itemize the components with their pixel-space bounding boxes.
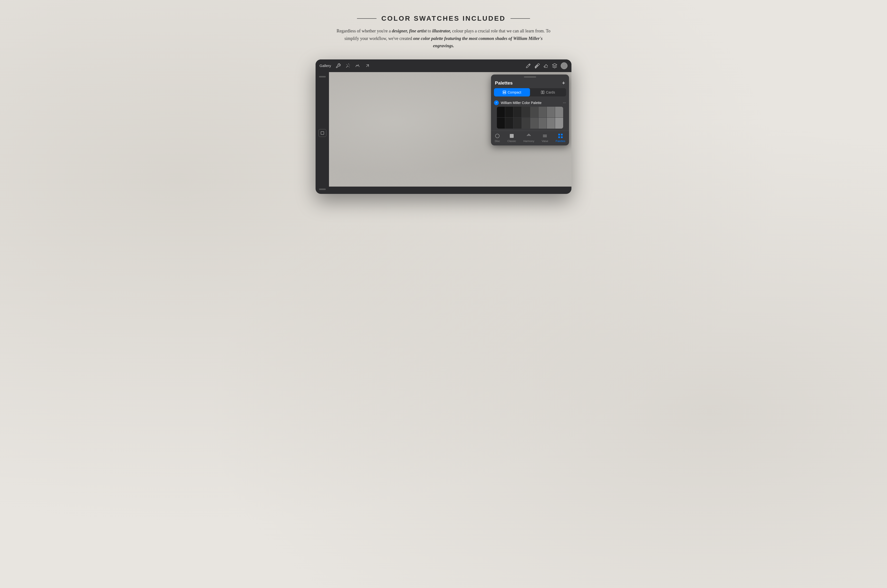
swatch-13[interactable] — [539, 118, 546, 129]
svg-rect-0 — [321, 132, 324, 135]
swatch-12[interactable] — [530, 118, 538, 129]
gallery-button[interactable]: Gallery — [320, 64, 331, 68]
export-icon[interactable] — [365, 63, 370, 69]
classic-tab[interactable]: Classic — [505, 133, 518, 142]
disc-tab-label: Disc — [495, 140, 500, 142]
swatches-grid — [497, 107, 563, 129]
wrench-icon[interactable] — [336, 63, 341, 69]
toolbar-left: Gallery — [320, 63, 521, 69]
classic-tab-label: Classic — [507, 140, 516, 142]
eraser-tool-icon[interactable] — [543, 63, 549, 69]
swatch-15[interactable] — [555, 118, 563, 129]
svg-rect-11 — [561, 134, 563, 135]
description-text: Regardless of whether you're a designer,… — [334, 27, 553, 50]
sidebar-slider-top[interactable] — [319, 76, 326, 78]
app-toolbar: Gallery — [315, 59, 572, 72]
title-rule-left — [357, 18, 377, 19]
svg-rect-13 — [561, 136, 563, 138]
harmony-tab-label: Harmony — [524, 140, 534, 142]
svg-rect-6 — [510, 134, 514, 138]
sidebar-slider-bottom[interactable] — [319, 189, 326, 190]
magic-icon[interactable] — [345, 63, 351, 69]
swatch-4[interactable] — [530, 107, 538, 118]
palette-more-button[interactable]: ··· — [563, 100, 566, 105]
swatch-2[interactable] — [513, 107, 521, 118]
ipad-screenshot: Gallery — [315, 59, 572, 194]
view-tabs: Compact Cards — [494, 88, 566, 96]
palettes-tab[interactable]: Palettes — [553, 133, 568, 142]
swatch-11[interactable] — [522, 118, 530, 129]
brush-tool-icon[interactable] — [525, 63, 531, 69]
smudge-tool-icon[interactable] — [534, 63, 540, 69]
palette-name-label: William Miller Color Palette — [501, 101, 561, 105]
add-palette-button[interactable]: + — [562, 80, 565, 86]
svg-rect-1 — [503, 91, 506, 92]
canvas-area: Palettes + Compact Cards — [315, 72, 572, 194]
value-tab[interactable]: Value — [539, 133, 551, 142]
compact-tab[interactable]: Compact — [494, 88, 530, 96]
title-line: COLOR SWATCHES INCLUDED — [334, 15, 553, 22]
swatch-3[interactable] — [522, 107, 530, 118]
svg-rect-12 — [558, 136, 560, 138]
palette-item: William Miller Color Palette ··· — [494, 99, 566, 129]
value-tab-label: Value — [542, 140, 548, 142]
swatch-7[interactable] — [555, 107, 563, 118]
palette-item-header: William Miller Color Palette ··· — [494, 99, 566, 107]
disc-tab[interactable]: Disc — [492, 133, 503, 142]
swatch-1[interactable] — [505, 107, 513, 118]
swatch-6[interactable] — [547, 107, 555, 118]
layers-tool-icon[interactable] — [552, 63, 557, 69]
panel-drag-handle — [524, 76, 536, 78]
bottom-toolbar — [329, 187, 572, 194]
swatch-8[interactable] — [497, 118, 505, 129]
compact-tab-label: Compact — [507, 90, 521, 94]
harmony-tab[interactable]: Harmony — [521, 133, 537, 142]
svg-point-5 — [495, 134, 499, 138]
palettes-panel-title: Palettes — [495, 80, 513, 86]
cards-tab-label: Cards — [546, 90, 555, 94]
main-title: COLOR SWATCHES INCLUDED — [381, 15, 506, 22]
swatch-9[interactable] — [505, 118, 513, 129]
swatch-5[interactable] — [539, 107, 546, 118]
palettes-header: Palettes + — [491, 78, 569, 88]
color-mode-tabs: Disc Classic Harmony — [491, 130, 569, 146]
palettes-panel: Palettes + Compact Cards — [491, 75, 569, 146]
cards-tab[interactable]: Cards — [530, 88, 566, 96]
svg-rect-3 — [541, 91, 542, 94]
svg-rect-4 — [543, 91, 544, 94]
swatch-14[interactable] — [547, 118, 555, 129]
swatch-0[interactable] — [497, 107, 505, 118]
palettes-tab-label: Palettes — [555, 140, 565, 142]
svg-rect-10 — [558, 134, 560, 135]
left-sidebar — [315, 72, 329, 194]
swatch-10[interactable] — [513, 118, 521, 129]
heading-section: COLOR SWATCHES INCLUDED Regardless of wh… — [334, 15, 553, 50]
color-picker-button[interactable] — [561, 62, 567, 69]
toolbar-right — [525, 62, 567, 69]
sidebar-square-button[interactable] — [318, 129, 326, 137]
palette-check-icon — [494, 100, 499, 105]
title-rule-right — [510, 18, 530, 19]
svg-rect-2 — [503, 93, 506, 94]
smudge-icon[interactable] — [355, 63, 360, 69]
